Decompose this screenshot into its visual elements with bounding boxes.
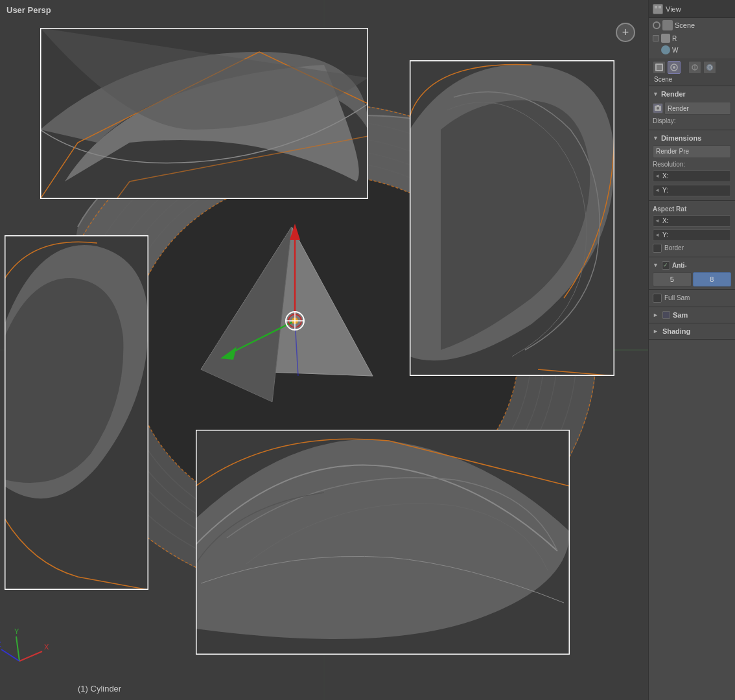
svg-rect-52: [659, 6, 661, 8]
res-x-arrow: ◄: [653, 173, 661, 179]
sample-section: ► Sam: [649, 307, 735, 323]
render-triangle: ▼: [653, 91, 659, 97]
shading-label: Shading: [662, 327, 690, 335]
full-sample-label: Full Sam: [664, 294, 690, 301]
aspect-x-row: ◄ X:: [653, 214, 731, 228]
res-x-label: X:: [661, 172, 730, 180]
world-label: W: [672, 47, 678, 54]
dimensions-section-header[interactable]: ▼ Dimensions: [653, 133, 731, 143]
scene-icon: [662, 20, 673, 30]
properties-panel: View Scene R W Scene: [648, 0, 735, 700]
prop-icon-toolbar: Scene: [649, 58, 735, 86]
render-preset-row: Render Pre: [653, 143, 731, 159]
properties-scroll[interactable]: ▼ Render Render Display: ▼ Dimensions R: [649, 86, 735, 700]
viewport-3d[interactable]: User Persp: [0, 0, 648, 700]
minus-icon[interactable]: [653, 21, 660, 29]
aspect-y-row: ◄ Y:: [653, 228, 731, 242]
resolution-label: Resolution:: [653, 159, 731, 169]
object-label: (1) Cylinder: [78, 684, 121, 694]
pin-icon[interactable]: [688, 61, 701, 74]
full-sample-section: Full Sam: [649, 290, 735, 307]
svg-rect-62: [657, 105, 659, 106]
sample-label: Sam: [673, 311, 688, 319]
render-label: R: [672, 35, 677, 42]
render-btn-wrapper: Render: [653, 100, 731, 116]
border-label: Border: [664, 244, 684, 251]
anti-checkbox[interactable]: [662, 261, 670, 270]
anti-aliasing-header: ▼ Anti-: [653, 260, 731, 271]
sample-icon: [662, 311, 670, 319]
aspect-x-field[interactable]: ◄ X:: [653, 215, 731, 227]
res-x-field[interactable]: ◄ X:: [653, 170, 731, 182]
anti-collapse-arrow[interactable]: ▼: [653, 262, 659, 268]
shading-collapse-arrow: ►: [653, 328, 659, 334]
scene-tab-icon[interactable]: [703, 61, 716, 74]
render-preset-button[interactable]: Render Pre: [653, 145, 731, 158]
prop-header: View: [649, 0, 735, 18]
add-button[interactable]: +: [616, 23, 635, 42]
view-label: View: [666, 5, 681, 13]
full-sample-checkbox[interactable]: [653, 294, 662, 303]
svg-point-63: [657, 107, 659, 110]
border-row: Border: [653, 242, 731, 254]
shading-section-header[interactable]: ► Shading: [653, 326, 731, 336]
res-y-arrow: ◄: [653, 187, 661, 193]
scene-text: Scene: [675, 21, 695, 29]
sample-collapse-arrow: ►: [653, 312, 659, 318]
aspect-x-label: X:: [661, 217, 730, 224]
render-section-header[interactable]: ▼ Render: [653, 89, 731, 99]
aspect-y-field[interactable]: ◄ Y:: [653, 229, 731, 241]
res-y-label: Y:: [661, 187, 730, 194]
svg-text:Z: Z: [0, 640, 1, 648]
dimensions-section-label: Dimensions: [661, 134, 701, 142]
plus-icon[interactable]: [653, 35, 659, 41]
render-section-label: Render: [661, 90, 686, 98]
sub-scene-row: R: [649, 32, 735, 44]
scene-panel-label: Scene: [653, 76, 672, 83]
res-y-row: ◄ Y:: [653, 183, 731, 198]
camera-tab-icon[interactable]: [668, 61, 681, 74]
world-row: W: [649, 44, 735, 56]
res-x-row: ◄ X:: [653, 169, 731, 183]
aspect-y-arrow: ◄: [653, 232, 661, 238]
anti-value-1[interactable]: 5: [653, 272, 692, 286]
aspect-ratio-label: Aspect Rat: [653, 204, 731, 214]
render-section: ▼ Render Render Display:: [649, 86, 735, 130]
aspect-x-arrow: ◄: [653, 218, 661, 224]
render-button[interactable]: Render: [664, 102, 731, 115]
border-checkbox[interactable]: [653, 244, 662, 253]
svg-rect-51: [655, 6, 657, 8]
display-label: Display:: [653, 116, 731, 126]
anti-aliasing-section: ▼ Anti- 5 8: [649, 257, 735, 290]
svg-text:X: X: [44, 643, 49, 651]
sample-section-header[interactable]: ► Sam: [653, 310, 731, 320]
scene-row: Scene: [649, 18, 735, 32]
shading-section: ► Shading: [649, 323, 735, 340]
render-button-row: Render Display:: [653, 99, 731, 127]
viewport-label: User Persp: [6, 5, 51, 15]
svg-text:Y: Y: [14, 627, 19, 635]
aspect-y-label: Y:: [661, 231, 730, 239]
aspect-ratio-section: Aspect Rat ◄ X: ◄ Y: Border: [649, 201, 735, 257]
anti-value-2[interactable]: 8: [693, 272, 732, 286]
camera-icon: [653, 103, 663, 113]
anti-values: 5 8: [653, 272, 731, 286]
svg-rect-54: [657, 65, 662, 70]
render-tab-icon[interactable]: [653, 61, 666, 74]
full-sample-row: Full Sam: [653, 292, 731, 304]
res-y-field[interactable]: ◄ Y:: [653, 185, 731, 196]
dimensions-triangle: ▼: [653, 135, 659, 141]
svg-point-56: [673, 66, 675, 69]
anti-label: Anti-: [672, 262, 687, 269]
world-icon: [661, 45, 670, 54]
render-icon: [661, 34, 670, 43]
dimensions-section: ▼ Dimensions Render Pre Resolution: ◄ X:…: [649, 130, 735, 201]
view-icon: [653, 4, 663, 14]
